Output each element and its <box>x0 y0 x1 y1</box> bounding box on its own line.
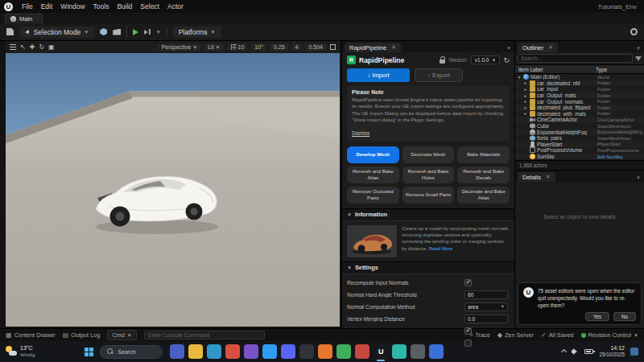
start-button[interactable] <box>85 348 93 356</box>
camera-speed-control[interactable]: 4 <box>292 43 302 51</box>
version-dropdown[interactable]: v1.0.0 ▼ <box>471 56 501 64</box>
console-command-input[interactable] <box>144 331 265 339</box>
read-more-link[interactable]: Read More <box>429 246 453 251</box>
close-icon[interactable]: ✕ <box>391 44 396 51</box>
chevron-right-icon[interactable]: ▸ <box>523 111 528 116</box>
mode-button[interactable]: Decimate Mesh <box>402 146 455 163</box>
chevron-right-icon[interactable]: ▸ <box>523 80 528 85</box>
outliner-column-header[interactable]: Item Label Type <box>515 64 644 74</box>
taskbar-search[interactable]: Search <box>100 345 163 359</box>
information-section-header[interactable]: ▼ Information <box>342 208 514 221</box>
cinematics-icon[interactable] <box>113 29 121 35</box>
edge-browser-icon[interactable] <box>207 344 221 359</box>
blueprints-icon[interactable] <box>100 28 107 35</box>
volume-icon[interactable] <box>572 348 579 355</box>
taskbar-clock[interactable]: 14:12 25/10/2025 <box>599 345 625 359</box>
mode-button[interactable]: Develop Mesh <box>347 146 399 163</box>
app-icon-navy[interactable] <box>429 344 444 359</box>
tab-details[interactable]: Details ✕ <box>518 172 555 182</box>
app-icon-red[interactable] <box>355 344 369 359</box>
app-icon-teal[interactable] <box>392 344 407 359</box>
import-button[interactable]: ↓ Import <box>347 68 410 82</box>
outliner-row[interactable]: ▸car_decimated_nMFolder <box>515 80 644 87</box>
chevron-right-icon[interactable]: ▸ <box>523 87 528 92</box>
no-button[interactable]: No <box>613 312 636 321</box>
vscode-icon[interactable] <box>262 344 277 359</box>
mode-button[interactable]: Remesh and Bake Atlas <box>347 167 399 183</box>
cmd-dropdown[interactable]: Cmd ▼ <box>107 330 136 340</box>
dismiss-link[interactable]: Dismiss <box>352 130 369 136</box>
perspective-dropdown[interactable]: Perspective ▼ <box>159 43 201 51</box>
setting-input[interactable] <box>464 315 508 323</box>
grid-snap-toggle[interactable]: 10 <box>228 43 248 51</box>
outliner-row[interactable]: SunSkyEdit SunSky <box>515 154 644 160</box>
outliner-row[interactable]: floria_pairsStaticMeshActor <box>515 135 644 142</box>
menu-window[interactable]: Window <box>56 2 89 11</box>
tab-rapidpipeline[interactable]: RapidPipeline ✕ <box>345 43 401 52</box>
exposure-indicator[interactable]: 0.504 <box>305 43 326 51</box>
mode-button[interactable]: Bake Materials <box>457 146 510 163</box>
outliner-search-input[interactable] <box>518 54 633 63</box>
mode-button[interactable]: Remesh and Bake Decals <box>457 167 510 183</box>
mode-button[interactable]: Decimate and Bake Atlas <box>457 187 510 204</box>
panel-options-chevron-icon[interactable]: ▼ <box>506 46 514 52</box>
panel-options-chevron-icon[interactable]: ▼ <box>636 175 644 182</box>
tab-outliner[interactable]: Outliner ✕ <box>518 43 558 52</box>
outliner-row[interactable]: CubeStaticMeshActor <box>515 123 644 130</box>
column-type[interactable]: Type <box>596 67 641 72</box>
battery-icon[interactable] <box>584 349 593 354</box>
column-item-label[interactable]: Item Label <box>518 67 596 72</box>
play-options-chevron-icon[interactable]: ▼ <box>156 30 161 35</box>
yes-button[interactable]: Yes <box>585 312 609 321</box>
setting-select[interactable]: area▼ <box>464 302 508 311</box>
maximize-viewport-icon[interactable] <box>330 44 336 50</box>
settings-section-header[interactable]: ▼ Settings <box>342 261 514 274</box>
all-saved-indicator[interactable]: ✓ All Saved <box>541 331 574 339</box>
settings-gear-icon[interactable] <box>630 28 638 35</box>
outliner-row[interactable]: ▸car_inputFolder <box>515 86 644 93</box>
setting-input[interactable] <box>464 290 508 299</box>
outliner-item-type[interactable]: Edit SunSky <box>597 154 642 159</box>
export-button[interactable]: ↑ Export <box>415 68 463 82</box>
tray-chevron-up-icon[interactable] <box>561 349 567 355</box>
lit-dropdown[interactable]: Lit ▼ <box>204 43 223 51</box>
notifications-badge[interactable] <box>630 348 638 356</box>
outliner-row[interactable]: ExponentialHeightFogExponentialHeightFog <box>515 129 644 135</box>
skip-button[interactable] <box>144 29 151 35</box>
platforms-dropdown[interactable]: Platforms ▼ <box>173 27 221 38</box>
play-button[interactable] <box>133 29 138 35</box>
car-model[interactable] <box>86 156 231 245</box>
panel-options-chevron-icon[interactable]: ▼ <box>636 46 644 52</box>
tab-main[interactable]: Main <box>5 14 43 23</box>
discord-icon[interactable] <box>281 344 295 359</box>
content-drawer-button[interactable]: ▦ Content Drawer <box>6 331 56 339</box>
close-icon[interactable]: ✕ <box>548 44 553 51</box>
menu-build[interactable]: Build <box>113 2 136 11</box>
outliner-row[interactable]: ▸car_Output_matsFolder <box>515 93 644 99</box>
chevron-right-icon[interactable]: ▸ <box>523 105 528 110</box>
viewport-3d[interactable] <box>6 53 340 327</box>
trace-button[interactable]: ≈ Trace <box>469 331 490 339</box>
selection-mode-dropdown[interactable]: ➤ Selection Mode ▼ <box>19 27 94 38</box>
file-explorer-icon[interactable] <box>188 344 203 359</box>
menu-tools[interactable]: Tools <box>89 2 114 11</box>
outliner-row[interactable]: PlayerStartPlayerStart <box>515 142 644 148</box>
rotation-snap-toggle[interactable]: 10° <box>251 43 266 51</box>
mode-button[interactable]: Remesh and Bake Holes <box>402 167 455 183</box>
viewport-menu-icon[interactable] <box>10 44 16 50</box>
output-log-button[interactable]: ▤ Output Log <box>63 331 101 339</box>
mode-button[interactable]: Remove Small Parts <box>402 187 455 204</box>
mode-button[interactable]: Remove Occluded Parts <box>347 187 399 204</box>
setting-checkbox[interactable] <box>464 339 472 347</box>
unreal-engine-icon[interactable]: U <box>374 344 388 359</box>
app-icon-purple[interactable] <box>244 344 258 359</box>
scale-tool-icon[interactable]: ▣ <box>48 44 55 51</box>
blender-icon[interactable] <box>318 344 332 359</box>
outliner-row[interactable]: ▸car_Output_normalsFolder <box>515 98 644 105</box>
weather-widget[interactable]: 13°C Windig <box>6 345 35 358</box>
rotate-tool-icon[interactable]: ↻ <box>39 44 44 51</box>
app-icon-gray[interactable] <box>411 344 425 359</box>
move-tool-icon[interactable]: ✚ <box>30 44 35 51</box>
outliner-row[interactable]: ▸decimated_plus_flippedFolder <box>515 105 644 111</box>
lock-icon[interactable] <box>440 60 445 64</box>
